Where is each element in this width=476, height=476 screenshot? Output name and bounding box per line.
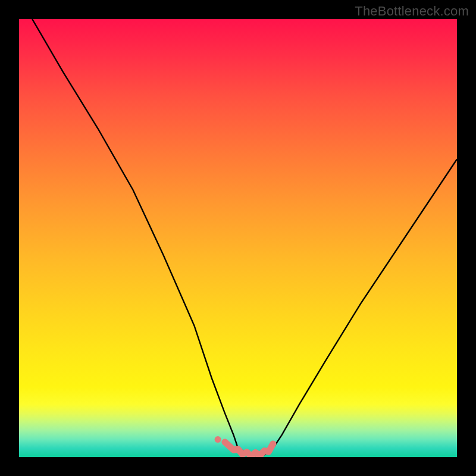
marker-stroke (225, 442, 273, 456)
outer-frame: TheBottleneck.com (0, 0, 476, 476)
watermark-label: TheBottleneck.com (355, 4, 469, 19)
marker-layer (19, 19, 457, 457)
plot-area (19, 19, 457, 457)
marker-dot (215, 436, 221, 443)
